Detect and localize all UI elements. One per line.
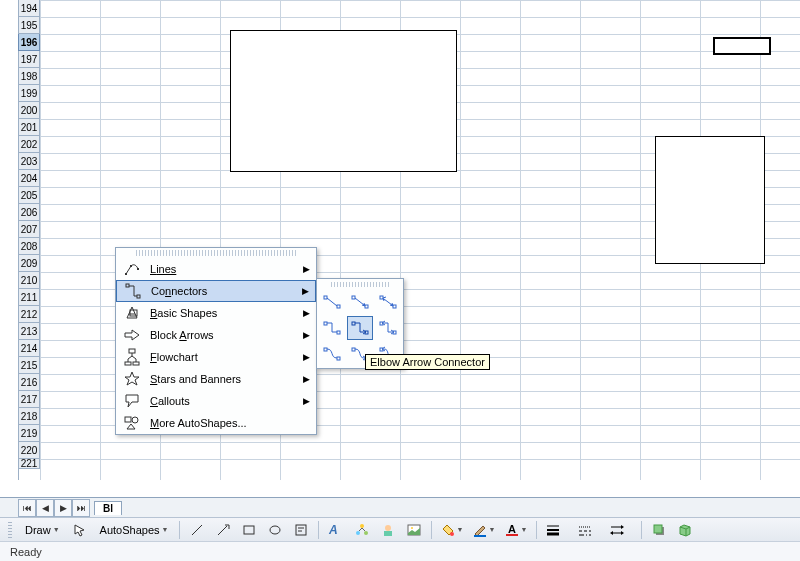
row-header[interactable]: 210 (18, 272, 40, 289)
row-header[interactable]: 221 (18, 459, 40, 469)
clipart-button[interactable] (377, 519, 399, 541)
row-header[interactable]: 208 (18, 238, 40, 255)
connectors-category-icon (121, 280, 145, 302)
row-header[interactable]: 211 (18, 289, 40, 306)
row-header[interactable]: 203 (18, 153, 40, 170)
row-header[interactable]: 204 (18, 170, 40, 187)
row-header[interactable]: 217 (18, 391, 40, 408)
submenu-gripper[interactable] (331, 282, 389, 287)
connector-option-straight-arrow[interactable] (347, 290, 373, 314)
autoshapes-menu-button[interactable]: AutoShapes ▼ (95, 522, 174, 538)
row-header[interactable]: 197 (18, 51, 40, 68)
drawn-rectangle-1[interactable] (230, 30, 457, 172)
row-header[interactable]: 209 (18, 255, 40, 272)
row-header[interactable]: 215 (18, 357, 40, 374)
sheet-nav-prev-button[interactable]: ◀ (36, 499, 54, 517)
row-header[interactable]: 213 (18, 323, 40, 340)
submenu-arrow-icon: ▶ (303, 374, 310, 384)
sheet-tab[interactable]: Bl (94, 501, 122, 515)
toolbar-grip[interactable] (8, 522, 12, 538)
arrow-style-button[interactable] (607, 520, 635, 540)
autoshapes-menu-label: AutoShapes (100, 524, 160, 536)
row-header[interactable]: 205 (18, 187, 40, 204)
select-objects-button[interactable] (69, 519, 91, 541)
svg-rect-51 (337, 331, 340, 334)
svg-point-3 (270, 526, 280, 534)
rectangle-tool-button[interactable] (238, 519, 260, 541)
more-autoshapes-icon (120, 412, 144, 434)
line-color-button[interactable]: ▼ (470, 520, 498, 540)
row-header[interactable]: 206 (18, 204, 40, 221)
connector-option-elbow-arrow[interactable] (347, 316, 373, 340)
menu-item-label: Stars and Banners (144, 373, 294, 385)
svg-point-8 (360, 524, 364, 528)
row-header[interactable]: 194 (18, 0, 40, 17)
svg-point-10 (364, 531, 368, 535)
svg-rect-39 (125, 417, 131, 422)
insert-picture-button[interactable] (403, 519, 425, 541)
sheet-nav-first-button[interactable]: ⏮ (18, 499, 36, 517)
svg-rect-32 (124, 282, 142, 300)
drawn-rectangle-2[interactable] (655, 136, 765, 264)
connector-option-elbow[interactable] (319, 316, 345, 340)
menu-item-stars-and-banners[interactable]: Stars and Banners ▶ (116, 368, 316, 390)
submenu-arrow-icon: ▶ (303, 352, 310, 362)
row-header[interactable]: 212 (18, 306, 40, 323)
dash-style-button[interactable] (575, 520, 603, 540)
connector-option-straight-double-arrow[interactable] (375, 290, 401, 314)
sheet-nav-next-button[interactable]: ▶ (54, 499, 72, 517)
row-header-selected[interactable]: 196 (18, 34, 40, 51)
row-header[interactable]: 195 (18, 17, 40, 34)
callouts-category-icon (120, 390, 144, 412)
menu-item-lines[interactable]: Lines ▶ (116, 258, 316, 280)
line-style-button[interactable] (543, 520, 571, 540)
svg-rect-52 (352, 322, 355, 325)
svg-rect-44 (352, 296, 355, 299)
row-header[interactable]: 216 (18, 374, 40, 391)
row-header[interactable]: 207 (18, 221, 40, 238)
svg-rect-57 (337, 357, 340, 360)
line-tool-button[interactable] (186, 519, 208, 541)
connector-option-curved[interactable] (319, 342, 345, 366)
arrow-tool-button[interactable] (212, 519, 234, 541)
dropdown-arrow-icon: ▼ (521, 526, 528, 533)
sheet-nav-last-button[interactable]: ⏭ (72, 499, 90, 517)
row-header[interactable]: 202 (18, 136, 40, 153)
tooltip: Elbow Arrow Connector (365, 354, 490, 370)
menu-item-callouts[interactable]: Callouts ▶ (116, 390, 316, 412)
wordart-button[interactable]: A (325, 519, 347, 541)
row-header[interactable]: 214 (18, 340, 40, 357)
svg-rect-16 (474, 535, 486, 537)
menu-item-flowchart[interactable]: Flowchart ▶ (116, 346, 316, 368)
menu-item-connectors[interactable]: Connectors ▶ (116, 280, 316, 302)
submenu-arrow-icon: ▶ (303, 308, 310, 318)
diagram-button[interactable] (351, 519, 373, 541)
row-header[interactable]: 199 (18, 85, 40, 102)
draw-menu-button[interactable]: Draw ▼ (20, 522, 65, 538)
row-header[interactable]: 201 (18, 119, 40, 136)
row-header[interactable]: 220 (18, 442, 40, 459)
oval-tool-button[interactable] (264, 519, 286, 541)
textbox-tool-button[interactable] (290, 519, 312, 541)
row-header[interactable]: 219 (18, 425, 40, 442)
submenu-arrow-icon: ▶ (303, 264, 310, 274)
basic-shapes-category-icon (120, 302, 144, 324)
menu-item-block-arrows[interactable]: Block Arrows ▶ (116, 324, 316, 346)
shadow-style-button[interactable] (648, 519, 670, 541)
row-header[interactable]: 200 (18, 102, 40, 119)
connector-option-straight[interactable] (319, 290, 345, 314)
row-header[interactable]: 218 (18, 408, 40, 425)
svg-rect-28 (654, 525, 662, 533)
menu-gripper[interactable] (136, 250, 296, 256)
menu-item-more-autoshapes[interactable]: More AutoShapes... (116, 412, 316, 434)
active-cell-selection[interactable] (713, 37, 771, 55)
row-header[interactable]: 198 (18, 68, 40, 85)
font-color-button[interactable]: A▼ (502, 520, 530, 540)
connector-option-elbow-double-arrow[interactable] (375, 316, 401, 340)
3d-style-button[interactable] (674, 519, 696, 541)
fill-color-button[interactable]: ▼ (438, 520, 466, 540)
svg-rect-56 (324, 348, 327, 351)
svg-point-40 (132, 417, 138, 423)
draw-menu-label: Draw (25, 524, 51, 536)
menu-item-basic-shapes[interactable]: Basic Shapes ▶ (116, 302, 316, 324)
